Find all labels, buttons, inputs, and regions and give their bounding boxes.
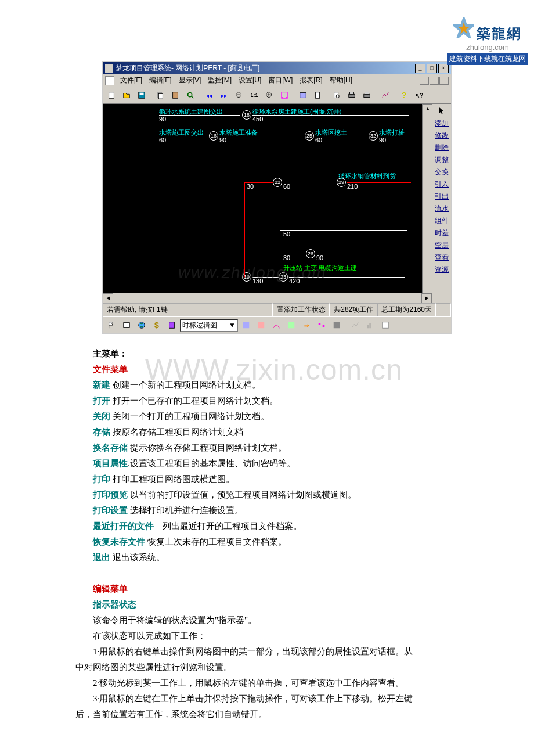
bt-flag-icon[interactable] [104,319,118,332]
node[interactable]: 32 [369,131,378,141]
bt-5-icon[interactable]: ⇒ [300,319,313,332]
save-icon[interactable] [135,89,149,102]
svg-rect-30 [323,325,325,327]
svg-rect-26 [243,322,250,329]
bt-8-icon[interactable] [348,319,362,332]
vertical-scrollbar[interactable]: ▲ [422,104,432,293]
bt-2-icon[interactable] [254,319,268,332]
menu-help[interactable]: 帮助[H] [326,75,356,85]
bt-globe-icon[interactable] [135,319,149,332]
side-export[interactable]: 引出 [432,190,451,203]
side-import[interactable]: 引入 [432,178,451,190]
copy-icon[interactable] [153,89,167,102]
mdi-close[interactable] [439,77,449,85]
node[interactable]: 16 [209,131,218,141]
bt-1-icon[interactable] [239,319,253,332]
paste-icon[interactable] [168,89,182,102]
status-mode: 置添加工作状态 [273,303,330,316]
zoomin-icon[interactable] [262,89,276,102]
menu-monitor[interactable]: 监控[M] [204,75,235,85]
task-num: 90 [379,136,386,143]
side-delete[interactable]: 删除 [432,142,451,154]
bt-7-icon[interactable] [330,319,344,332]
svg-rect-31 [334,322,340,329]
node[interactable]: 29 [337,178,346,187]
menu-report[interactable]: 报表[R] [296,75,326,85]
maximize-button[interactable]: □ [427,64,437,73]
node[interactable]: 25 [305,131,314,141]
node[interactable]: 18 [242,110,251,120]
zoom11-icon[interactable]: 1:1 [247,89,261,102]
whatsthis-icon[interactable]: ↖? [412,89,426,102]
fit-icon[interactable] [277,89,291,102]
side-adjust[interactable]: 调整 [432,154,451,166]
first-icon[interactable]: ◂◂ [202,89,216,102]
bt-3-icon[interactable] [269,319,283,332]
preview-icon[interactable] [330,89,344,102]
menu-settings[interactable]: 设置[U] [235,75,265,85]
side-add[interactable]: 添加 [432,117,451,129]
file-menu-item: 打印设置 选择打印机并进行连接设置。 [75,503,499,519]
side-layer[interactable]: 空层 [432,239,451,251]
menu-file[interactable]: 文件[F] [117,75,146,85]
bt-rect-icon[interactable] [120,319,134,332]
app-icon [105,64,113,73]
scroll-right-icon[interactable]: ▶ [421,293,432,304]
command-desc: 列出最近打开的工程项目文件档案。 [154,521,302,531]
minimize-button[interactable]: _ [415,64,425,73]
file-menu-item: 最近打开的文件 列出最近打开的工程项目文件档案。 [75,519,499,534]
bt-4-icon[interactable] [284,319,298,332]
command-desc: 打印工程项目网络图或横道图。 [110,474,234,484]
task-num: 60 [159,136,166,143]
horizontal-scrollbar[interactable]: ◀ ▶ [103,293,432,303]
canvas-watermark: www.zhulong.com [178,264,327,282]
svg-rect-5 [158,93,163,99]
task-label: 循环水钢管材料到货 [338,172,396,181]
zoomout-icon[interactable] [232,89,246,102]
view-combo[interactable]: 时标逻辑图▼ [180,319,238,332]
pointer-icon[interactable] [432,104,451,117]
chart-icon[interactable] [378,89,392,102]
side-swap[interactable]: 交换 [432,166,451,178]
bt-dollar-icon[interactable]: $ [150,319,164,332]
printsetup-icon[interactable] [345,89,359,102]
file-menu-item: 项目属性.设置该工程项目的基本属性、访问密码等。 [75,456,499,471]
edit-para: 在该状态可以完成如下工作： [75,628,499,644]
edit-para: 2·移动光标到某一工作上，用鼠标的左键的单击操，可查看该选中工作内容查看。 [75,675,499,691]
side-slack[interactable]: 时差 [432,227,451,239]
menu-window[interactable]: 窗口[W] [265,75,296,85]
pert-canvas[interactable]: 循环水系统土建图交出 90 18 循环水泵房土建施工(围堰,沉井) 450 水塔… [103,104,422,293]
site-logo: 築龍網 zhulong.com 建筑资料下载就在筑龙网 [447,17,528,65]
side-flow[interactable]: 流水 [432,203,451,215]
find-icon[interactable] [183,89,197,102]
command-desc: 恢复上次未存的工程项目文件档案。 [145,537,287,546]
new-icon[interactable] [104,89,118,102]
bt-book-icon[interactable] [165,319,179,332]
bt-10-icon[interactable] [378,319,392,332]
svg-rect-19 [349,94,355,97]
mdi-restore[interactable] [430,77,439,85]
help-icon[interactable]: ? [397,89,411,102]
last-icon[interactable]: ▸▸ [217,89,231,102]
side-view[interactable]: 查看 [432,251,451,264]
menu-edit[interactable]: 编辑[E] [146,75,175,85]
side-component[interactable]: 组件 [432,215,451,227]
svg-point-24 [139,322,145,329]
bt-9-icon[interactable] [363,319,377,332]
side-modify[interactable]: 修改 [432,129,451,142]
menu-view[interactable]: 显示[V] [175,75,205,85]
view2-icon[interactable] [311,89,325,102]
open-icon[interactable] [120,89,134,102]
file-menu-item: 新建 创建一个新的工程项目网络计划文档。 [75,377,499,393]
print-icon[interactable] [360,89,374,102]
mdi-minimize[interactable] [420,77,429,85]
command-name: 项目属性 [93,459,128,468]
scroll-left-icon[interactable]: ◀ [103,293,113,304]
command-name: 退出 [93,553,110,562]
side-resource[interactable]: 资源 [432,264,451,276]
view1-icon[interactable] [296,89,310,102]
bt-6-icon[interactable] [315,319,329,332]
node[interactable]: 26 [306,249,315,258]
node[interactable]: 22 [273,178,282,187]
doc-icon [105,76,114,85]
